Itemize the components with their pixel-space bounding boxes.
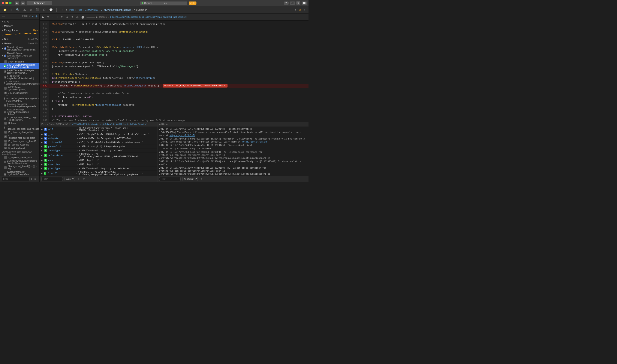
log-clear-btn[interactable]: ⊘ <box>199 177 203 181</box>
layout-btn[interactable]: ⬛ <box>290 1 295 5</box>
toolbar-reports-btn[interactable]: 💬 <box>48 8 54 12</box>
thread-t3-10[interactable]: ○ 10 (background_thread(() -> ()) -> ())… <box>0 116 40 122</box>
thread-t3-3[interactable]: ○ 3 -[GIDSignIn maybeFetchToken:fallback… <box>0 75 40 80</box>
auto-select[interactable]: Auto <box>65 177 75 181</box>
thread-t3-7[interactable]: ○ 7 AccountGoogleManager.signIn(from : U… <box>0 95 40 103</box>
thread-t3-0[interactable]: ○ 0 objc_msgSend <box>0 60 40 63</box>
toolbar-test-btn[interactable]: ◇ <box>29 8 33 12</box>
app-selector[interactable] <box>2 16 5 17</box>
step-over-btn[interactable]: ↷ <box>46 15 50 19</box>
close-button[interactable] <box>2 2 4 4</box>
memory-arrow: ▶ <box>2 25 3 27</box>
log-output-select[interactable]: All Output <box>182 177 198 181</box>
step-out-btn[interactable]: ↑ <box>56 15 59 19</box>
thread-t3-8[interactable]: ○ 8 protocol witness for AccountGoogleMa… <box>0 103 40 108</box>
ln-839: 839 <box>40 111 49 115</box>
t3-16-label: 16 _pthread_wqthread <box>8 143 29 146</box>
toolbar-debug-btn[interactable]: ⬛ <box>35 8 40 12</box>
var-paramsdict-icon: L <box>44 145 47 148</box>
nav-prev-btn[interactable]: ‹ <box>294 8 297 12</box>
sidebar-toggle[interactable]: ☰ <box>284 1 288 5</box>
sidebar-item-energy[interactable]: ▶ Energy Impact High <box>0 28 40 32</box>
network-left: ▶ Network <box>2 42 13 45</box>
toolbar-breakpoints-btn[interactable]: ⬡ <box>42 8 46 12</box>
toolbar-folder-btn[interactable]: 📁 <box>2 8 8 12</box>
ln-825: 825 <box>40 57 49 61</box>
t3-0-icon: ○ <box>4 60 7 63</box>
t3-12-icon: ○ <box>4 127 5 129</box>
thread-t3-9[interactable]: ○ 9 AccountManager.(signInWithGoogle(fro… <box>0 108 40 116</box>
vars-eye-btn[interactable]: 👁 <box>82 177 86 181</box>
split-btn[interactable]: ⧉ <box>296 1 300 5</box>
thread-t3-13[interactable]: ○ 13 _dispatch_client_callout <box>0 130 40 134</box>
log-1: [I-ACS005000] The AdSupport Framework is… <box>159 131 307 137</box>
sidebar-filter-input[interactable] <box>2 177 29 181</box>
thread-t3-1[interactable]: ▶ 1 -[GTMOAuth2Authentication beginToken… <box>0 63 40 69</box>
continue-btn[interactable]: ▶ <box>41 15 45 19</box>
enq-0[interactable]: ○ 0 _dispatch_queue_push <box>0 156 40 159</box>
variables-filter-input[interactable] <box>41 177 63 181</box>
step-into-btn[interactable]: ↓ <box>51 15 55 19</box>
frame-up-btn[interactable]: ⬆ <box>60 15 64 19</box>
sidebar-item-disk[interactable]: ▶ Disk Zero KB/s <box>0 37 40 41</box>
thread-t3-4[interactable]: ○ 4 -[GIDSignIn clearAndAuthenticateWith… <box>0 80 40 86</box>
log-filter-input[interactable] <box>159 177 181 181</box>
toolbar-search-btn[interactable]: 🔍 <box>15 8 21 12</box>
sidebar-item-cpu[interactable]: ▶ CPU <box>0 19 40 24</box>
location-btn[interactable]: ◎ <box>75 15 79 19</box>
toolbar-project-btn[interactable]: ≡ <box>9 8 13 12</box>
t3-13-icon: ○ <box>4 131 7 133</box>
enqueued-label: Enqueued from com.apple.main-thread (Thr… <box>0 150 40 156</box>
thread-t3-14[interactable]: ○ 14 _dispatch_root_queue_drain <box>0 134 40 140</box>
enq-2[interactable]: ○ 2 background_thread(() -> ()) -> () <box>0 165 40 170</box>
var-cmd-icon: A <box>44 133 47 136</box>
vars-add-btn[interactable]: + <box>77 177 80 181</box>
code-829: GTMOAuth2Fetcher *fetcher; <box>49 72 308 76</box>
thread-t3-17[interactable]: ○ 17 start_wqthread <box>0 146 40 150</box>
sidebar-item-network[interactable]: ▶ Network Zero KB/s <box>0 41 40 46</box>
thread-t3-6[interactable]: ○ 6 -[GIDSignIn signIn] <box>0 91 40 95</box>
code-831: if (fetcherService) { <box>49 80 308 84</box>
play-button[interactable]: ▶ <box>15 1 19 5</box>
minimize-button[interactable] <box>5 2 8 4</box>
thread-t3-5[interactable]: ○ 5 -[GIDSignIn signInWithOptions:] <box>0 86 40 91</box>
log-link-1[interactable]: http://goo.gl/9vSsPb <box>169 134 195 137</box>
breadcrumb-gtm[interactable]: GTMOAuth2 <box>85 9 98 11</box>
record-icon[interactable]: ⊙ <box>32 15 34 18</box>
dbg-btn[interactable]: ⬤ <box>81 15 85 19</box>
forward-btn[interactable]: › <box>65 8 68 12</box>
breadcrumb-pods2[interactable]: Pods <box>77 9 82 11</box>
sidebar-filter-btn1[interactable]: ⊞ <box>29 177 33 181</box>
disk-label: Disk <box>4 38 9 40</box>
code-editor[interactable]: 816 817 818 819 820 821 822 823 824 825 … <box>40 21 308 122</box>
thread-t3-11[interactable]: ○ 11 thunk <box>0 122 40 125</box>
nav-next-btn[interactable]: › <box>303 8 306 12</box>
breadcrumb-file[interactable]: GTMOAuth2Authentication.m <box>100 9 131 11</box>
share-btn[interactable]: ⇧ <box>70 15 74 19</box>
thread-t3-15[interactable]: ○ 15 _dispatch_worker_thread3 <box>0 140 40 143</box>
code-area: ▶ ↷ ↓ ↑ ⬆ ⬇ ⇧ ◎ ⬤ ▶ Thread 3 › 1 -[GTMOA… <box>40 14 308 182</box>
fullscreen-button[interactable] <box>9 2 12 4</box>
sidebar-filter-btn2[interactable]: ≡ <box>33 177 37 181</box>
panel-btn[interactable]: ⬜ <box>302 1 307 5</box>
back-btn[interactable]: ‹ <box>61 8 64 12</box>
thread-t3-12[interactable]: ○ 12 _dispatch_call_block_and_release <box>0 125 40 130</box>
log-link-2[interactable]: http://goo.gl/9vSsPb <box>242 141 267 143</box>
enq-1[interactable]: ○ 1 DispatchQueue.async(group : Dispatch… <box>0 159 40 165</box>
stop-button[interactable]: ■ <box>21 1 25 5</box>
ln-838: 838 <box>40 107 49 111</box>
enq-3[interactable]: ○ 3 AccountManager.(signInWithGoogle(fro… <box>0 170 40 176</box>
sidebar-item-memory[interactable]: ▶ Memory <box>0 24 40 28</box>
nav-warn-btn[interactable]: ⚠ <box>298 8 302 12</box>
thread-3-header[interactable]: ▼ ▶ Thread 3 Queue: com.apple.root...rou… <box>0 52 40 60</box>
settings-icon[interactable]: ⚙ <box>35 15 38 18</box>
thread-1-header[interactable]: ▼ ▶ Thread 1 Queue: com.apple.main-threa… <box>0 46 40 52</box>
disk-value: Zero KB/s <box>28 38 38 40</box>
toolbar-issues-btn[interactable]: ⚠ <box>22 8 27 12</box>
thread-display <box>86 17 95 18</box>
thread-t3-16[interactable]: ○ 16 _pthread_wqthread <box>0 143 40 146</box>
log-content: 2017-04-17 16:17:49.546241 KekiruDict[81… <box>157 127 308 176</box>
frame-down-btn[interactable]: ⬇ <box>65 15 69 19</box>
breadcrumb-pods1[interactable]: Pods <box>69 9 74 11</box>
thread-t3-2[interactable]: ○ 2 +[GIDTokenFetchDelegate beginFetchWi… <box>0 69 40 75</box>
